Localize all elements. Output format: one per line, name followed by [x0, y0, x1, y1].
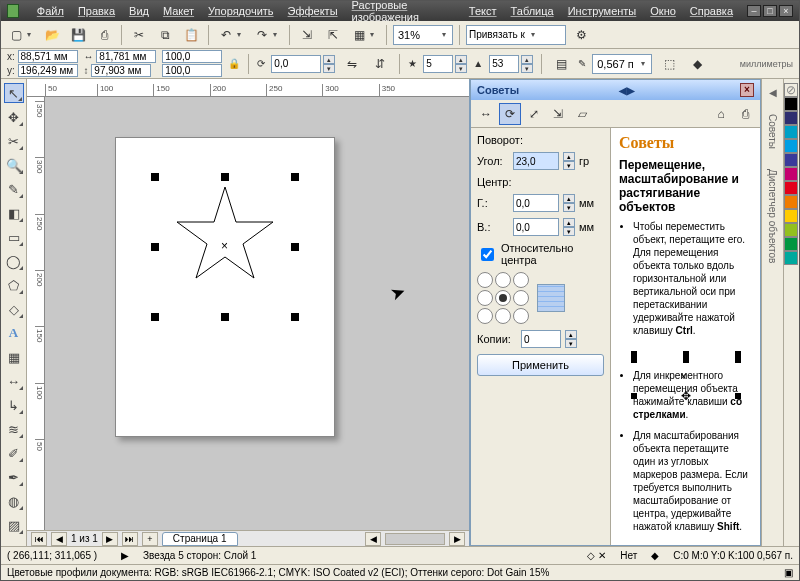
menu-view[interactable]: Вид: [129, 5, 149, 17]
shape-tool[interactable]: ✥: [4, 107, 24, 127]
menu-edit[interactable]: Правка: [78, 5, 115, 17]
open-button[interactable]: 📂: [41, 24, 63, 46]
outline-width-combo[interactable]: ▾: [592, 54, 652, 74]
page-prev-button[interactable]: ◀: [51, 532, 67, 546]
star-shape[interactable]: [175, 187, 275, 287]
polygon-tool[interactable]: ⬠: [4, 275, 24, 295]
scalex-input[interactable]: [162, 50, 222, 63]
transform-size-tab[interactable]: ⇲: [547, 103, 569, 125]
swatch[interactable]: [784, 223, 798, 237]
text-tool[interactable]: A: [4, 323, 24, 343]
y-input[interactable]: [18, 64, 78, 77]
docker-collapse-button[interactable]: ◀▶: [619, 85, 635, 96]
table-tool[interactable]: ▦: [4, 347, 24, 367]
apply-button[interactable]: Применить: [477, 354, 604, 376]
menu-table[interactable]: Таблица: [511, 5, 554, 17]
swatch[interactable]: [784, 251, 798, 265]
pick-tool[interactable]: ↖: [4, 83, 24, 103]
copy-button[interactable]: ⧉: [154, 24, 176, 46]
menu-effects[interactable]: Эффекты: [288, 5, 338, 17]
side-tab-hints[interactable]: Советы: [767, 110, 778, 153]
convert-button[interactable]: ◆: [686, 53, 708, 75]
options-button[interactable]: ⚙: [570, 24, 592, 46]
menu-tools[interactable]: Инструменты: [568, 5, 637, 17]
publish-button[interactable]: ▦: [348, 24, 370, 46]
paste-button[interactable]: 📋: [180, 24, 202, 46]
hints-print-button[interactable]: ⎙: [734, 103, 756, 125]
cut-button[interactable]: ✂: [128, 24, 150, 46]
swatch[interactable]: [784, 139, 798, 153]
transform-skew-tab[interactable]: ▱: [571, 103, 593, 125]
angle-input[interactable]: [513, 152, 559, 170]
zoom-input[interactable]: [396, 28, 436, 42]
eyedropper-tool[interactable]: ✐: [4, 443, 24, 463]
anchor-grid[interactable]: [477, 272, 529, 324]
outline-style-button[interactable]: ▤: [550, 53, 572, 75]
scaley-input[interactable]: [162, 64, 222, 77]
swatch[interactable]: [784, 209, 798, 223]
redo-button[interactable]: ↷: [251, 24, 273, 46]
transform-scale-tab[interactable]: ⤢: [523, 103, 545, 125]
menu-file[interactable]: Файл: [37, 5, 64, 17]
restore-button[interactable]: □: [763, 5, 777, 17]
center-y-input[interactable]: [513, 218, 559, 236]
lock-icon[interactable]: 🔒: [228, 58, 240, 69]
copies-input[interactable]: [521, 330, 561, 348]
swatch-none[interactable]: ⊘: [784, 83, 798, 97]
zoom-tool[interactable]: 🔍: [4, 155, 24, 175]
swatch[interactable]: [784, 125, 798, 139]
rectangle-tool[interactable]: ▭: [4, 227, 24, 247]
drawing-stage[interactable]: × ➤: [45, 97, 469, 530]
minimize-button[interactable]: –: [747, 5, 761, 17]
menu-bitmaps[interactable]: Растровые изображения: [352, 0, 455, 23]
save-button[interactable]: 💾: [67, 24, 89, 46]
outlinepen-tool[interactable]: ✒: [4, 467, 24, 487]
blend-tool[interactable]: ≋: [4, 419, 24, 439]
fill-tool[interactable]: ◍: [4, 491, 24, 511]
page-tab-1[interactable]: Страница 1: [162, 532, 238, 546]
export-button[interactable]: ⇱: [322, 24, 344, 46]
relative-checkbox[interactable]: [481, 248, 494, 261]
snap-combo[interactable]: Привязать к ▾: [466, 25, 566, 45]
swatch[interactable]: [784, 181, 798, 195]
print-button[interactable]: ⎙: [93, 24, 115, 46]
hscrollbar[interactable]: [385, 533, 445, 545]
swatch[interactable]: [784, 111, 798, 125]
rotation-input[interactable]: [271, 55, 321, 73]
relative-checkbox-label[interactable]: Относительно центра: [477, 242, 604, 266]
width-input[interactable]: [96, 50, 156, 63]
connector-tool[interactable]: ↳: [4, 395, 24, 415]
menu-window[interactable]: Окно: [650, 5, 676, 17]
side-tab-object-manager[interactable]: Диспетчер объектов: [767, 165, 778, 267]
import-button[interactable]: ⇲: [296, 24, 318, 46]
page-next-button[interactable]: ▶: [102, 532, 118, 546]
height-input[interactable]: [91, 64, 151, 77]
page-first-button[interactable]: ⏮: [31, 532, 47, 546]
undo-button[interactable]: ↶: [215, 24, 237, 46]
menu-text[interactable]: Текст: [469, 5, 497, 17]
docker-close-button[interactable]: ×: [740, 83, 754, 97]
transform-rotate-tab[interactable]: ⟳: [499, 103, 521, 125]
page-last-button[interactable]: ⏭: [122, 532, 138, 546]
swatch[interactable]: [784, 167, 798, 181]
menu-arrange[interactable]: Упорядочить: [208, 5, 273, 17]
close-button[interactable]: ×: [779, 5, 793, 17]
menu-help[interactable]: Справка: [690, 5, 733, 17]
transform-position-tab[interactable]: ↔: [475, 103, 497, 125]
menu-layout[interactable]: Макет: [163, 5, 194, 17]
star-points-input[interactable]: [423, 55, 453, 73]
swatch[interactable]: [784, 237, 798, 251]
scroll-right-button[interactable]: ▶: [449, 532, 465, 546]
wrap-button[interactable]: ⬚: [658, 53, 680, 75]
x-input[interactable]: [18, 50, 78, 63]
page-add-button[interactable]: +: [142, 532, 158, 546]
basicshapes-tool[interactable]: ◇: [4, 299, 24, 319]
center-x-input[interactable]: [513, 194, 559, 212]
swatch[interactable]: [784, 97, 798, 111]
mirror-h-button[interactable]: ⇋: [341, 53, 363, 75]
freehand-tool[interactable]: ✎: [4, 179, 24, 199]
new-button[interactable]: ▢: [5, 24, 27, 46]
dimension-tool[interactable]: ↔: [4, 371, 24, 391]
ellipse-tool[interactable]: ◯: [4, 251, 24, 271]
star-sharpness-input[interactable]: [489, 55, 519, 73]
